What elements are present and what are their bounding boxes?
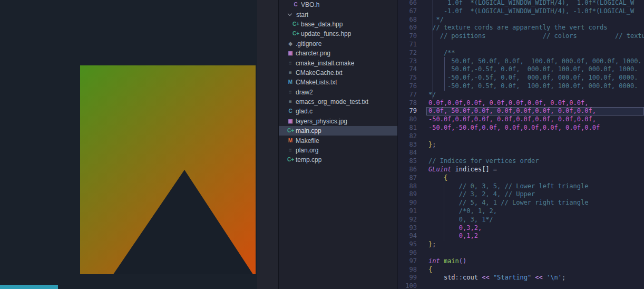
file-row-layers_physics.jpg[interactable]: ▣layers_physics.jpg	[279, 117, 397, 126]
file-row-base_data.hpp[interactable]: C+base_data.hpp	[279, 20, 397, 29]
code-line-87[interactable]: 87 {	[398, 174, 644, 182]
line-number[interactable]: 77	[398, 91, 422, 99]
line-number[interactable]: 94	[398, 232, 422, 240]
line-number[interactable]: 86	[398, 166, 422, 174]
line-number[interactable]: 92	[398, 216, 422, 224]
code-line-81[interactable]: 81-50.0f,-50.0f,0.0f, 0.0f,0.0f,0.0f, 0.…	[398, 124, 644, 132]
code-line-92[interactable]: 92 0, 3, 1*/	[398, 216, 644, 224]
line-number[interactable]: 88	[398, 182, 422, 191]
line-number[interactable]: 90	[398, 199, 422, 207]
line-number[interactable]: 69	[398, 24, 422, 32]
code-line-79[interactable]: 790.0f,-50.0f,0.0f, 0.0f,0.0f,0.0f, 0.0f…	[398, 107, 644, 115]
file-row-glad.c[interactable]: Cglad.c	[279, 107, 397, 116]
code-line-66[interactable]: 66 1.0f *(LOGICAL_WINDOW_WIDTH/4), 1.0f*…	[398, 0, 644, 7]
line-number[interactable]: 100	[398, 282, 422, 289]
line-number[interactable]: 81	[398, 124, 422, 132]
code-line-98[interactable]: 98{	[398, 266, 644, 274]
line-number[interactable]: 95	[398, 240, 422, 249]
line-number[interactable]: 74	[398, 65, 422, 74]
code-text: 50.0f,-0.5f, 0.0f, 000.0f, 100.0f, 000.0…	[426, 65, 644, 74]
line-number[interactable]: 97	[398, 257, 422, 266]
code-text: {	[426, 174, 644, 182]
line-number[interactable]: 89	[398, 190, 422, 199]
file-row-charcter.png[interactable]: ▣charcter.png	[279, 49, 397, 58]
code-line-91[interactable]: 91 /*0, 1, 2,	[398, 207, 644, 216]
text-file-icon: ≡	[287, 89, 294, 95]
line-number[interactable]: 96	[398, 249, 422, 257]
folder-row-start[interactable]: start	[279, 9, 397, 19]
file-row-main.cpp[interactable]: C+main.cpp	[279, 126, 397, 136]
line-number[interactable]: 98	[398, 266, 422, 274]
line-number[interactable]: 72	[398, 49, 422, 57]
file-row-temp.cpp[interactable]: C+temp.cpp	[279, 155, 397, 165]
line-number[interactable]: 80	[398, 115, 422, 124]
code-text: 0.0f,0.0f,0.0f, 0.0f,0.0f,0.0f, 0.0f,0.0…	[426, 99, 644, 108]
line-number[interactable]: 75	[398, 74, 422, 82]
text-file-icon: ≡	[287, 99, 294, 105]
code-line-88[interactable]: 88 // 0, 3, 5, // Lower left triangle	[398, 182, 644, 191]
code-line-89[interactable]: 89 // 3, 2, 4, // Upper	[398, 190, 644, 199]
c-header-file-icon: C	[292, 2, 299, 8]
code-line-84[interactable]: 84	[398, 149, 644, 157]
code-line-75[interactable]: 75 -50.0f,-0.5f, 0.0f, 000.0f, 000.0f, 1…	[398, 74, 644, 82]
code-line-94[interactable]: 94 0,1,2	[398, 232, 644, 240]
code-line-76[interactable]: 76 -50.0f, 0.5f, 0.0f, 100.0f, 100.0f, 0…	[398, 82, 644, 91]
line-number[interactable]: 67	[398, 7, 422, 16]
code-line-78[interactable]: 780.0f,0.0f,0.0f, 0.0f,0.0f,0.0f, 0.0f,0…	[398, 99, 644, 108]
line-number[interactable]: 68	[398, 16, 422, 24]
code-line-77[interactable]: 77*/	[398, 91, 644, 99]
code-line-80[interactable]: 80-50.0f,0.0f,0.0f, 0.0f,0.0f,0.0f, 0.0f…	[398, 115, 644, 124]
code-line-73[interactable]: 73 50.0f, 50.0f, 0.0f, 100.0f, 000.0f, 0…	[398, 57, 644, 66]
code-text: // Indices for vertices order	[426, 157, 644, 166]
line-number[interactable]: 99	[398, 274, 422, 282]
file-row-Makefile[interactable]: MMakefile	[279, 136, 397, 145]
line-number[interactable]: 70	[398, 32, 422, 41]
file-row-VBO.h[interactable]: CVBO.h	[279, 0, 397, 9]
code-line-97[interactable]: 97int main()	[398, 257, 644, 266]
line-number[interactable]: 84	[398, 149, 422, 157]
line-number[interactable]: 82	[398, 132, 422, 141]
line-number[interactable]: 78	[398, 99, 422, 108]
file-row-update_funcs.hpp[interactable]: C+update_funcs.hpp	[279, 29, 397, 38]
code-line-70[interactable]: 70 // positions // colors // textu	[398, 32, 644, 41]
code-line-90[interactable]: 90 // 5, 4, 1 // Lower right triangle	[398, 199, 644, 207]
code-line-67[interactable]: 67 -1.0f *(LOGICAL_WINDOW_WIDTH/4), -1.0…	[398, 7, 644, 16]
file-list: CVBO.hstartC+base_data.hppC+update_funcs…	[279, 0, 397, 165]
code-line-85[interactable]: 85// Indices for vertices order	[398, 157, 644, 166]
file-name: .gitignore	[296, 40, 321, 47]
line-number[interactable]: 71	[398, 41, 422, 49]
file-row-plan.org[interactable]: ≡plan.org	[279, 146, 397, 155]
code-line-99[interactable]: 99 std::cout << "Starting" << '\n';	[398, 274, 644, 282]
code-line-82[interactable]: 82	[398, 132, 644, 141]
file-row-emacs_org_mode_test.txt[interactable]: ≡emacs_org_mode_test.txt	[279, 97, 397, 107]
line-number[interactable]: 93	[398, 224, 422, 233]
line-number[interactable]: 91	[398, 207, 422, 216]
code-line-86[interactable]: 86GLuint indices[] =	[398, 166, 644, 174]
line-number[interactable]: 79	[398, 107, 422, 115]
code-line-74[interactable]: 74 50.0f,-0.5f, 0.0f, 000.0f, 100.0f, 00…	[398, 65, 644, 74]
code-line-93[interactable]: 93 0,3,2,	[398, 224, 644, 233]
file-row-.gitignore[interactable]: ◆.gitignore	[279, 39, 397, 49]
line-number[interactable]: 87	[398, 174, 422, 182]
file-row-cmake_install.cmake[interactable]: ≡cmake_install.cmake	[279, 58, 397, 68]
code-line-68[interactable]: 68 */	[398, 16, 644, 24]
code-line-83[interactable]: 83};	[398, 141, 644, 149]
code-line-100[interactable]: 100	[398, 282, 644, 289]
line-number[interactable]: 85	[398, 157, 422, 166]
code-line-69[interactable]: 69 // texture cords are apparently the v…	[398, 24, 644, 32]
line-number[interactable]: 76	[398, 82, 422, 91]
line-number[interactable]: 83	[398, 141, 422, 149]
code-text: // texture cords are apparently the vert…	[426, 24, 644, 32]
code-line-96[interactable]: 96	[398, 249, 644, 257]
file-row-CMakeCache.txt[interactable]: ≡CMakeCache.txt	[279, 68, 397, 78]
code-line-72[interactable]: 72 /**	[398, 49, 644, 57]
file-row-CMakeLists.txt[interactable]: MCMakeLists.txt	[279, 78, 397, 87]
code-text: 50.0f, 50.0f, 0.0f, 100.0f, 000.0f, 000.…	[426, 57, 644, 66]
file-row-draw2[interactable]: ≡draw2	[279, 88, 397, 97]
code-line-71[interactable]: 71	[398, 41, 644, 49]
line-number[interactable]: 73	[398, 57, 422, 66]
code-line-95[interactable]: 95};	[398, 240, 644, 249]
line-number[interactable]: 66	[398, 0, 422, 7]
cpp-file-icon: C+	[287, 128, 294, 134]
file-name: base_data.hpp	[301, 21, 343, 28]
